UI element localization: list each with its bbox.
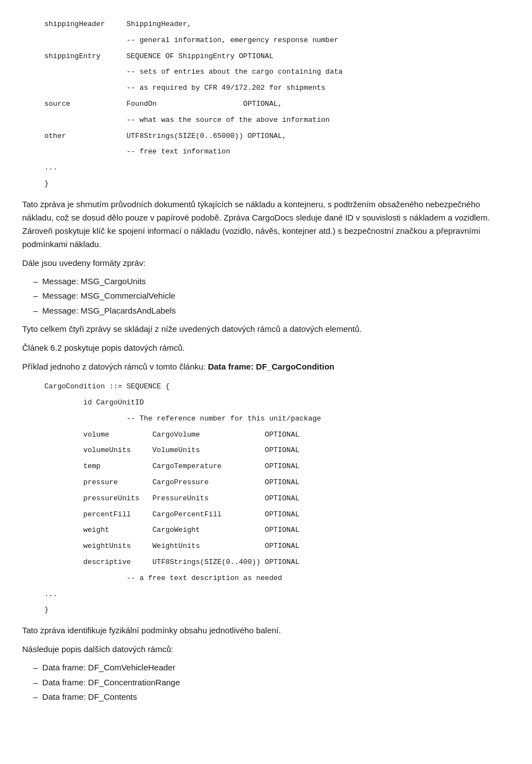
code-line-8: other UTF8Strings(SIZE(0..65000)) OPTION… bbox=[44, 131, 510, 142]
code-b-line-10: weight CargoWeight OPTIONAL bbox=[44, 525, 510, 536]
list-dash-1: – bbox=[33, 275, 38, 288]
code-b-line-4: volume CargoVolume OPTIONAL bbox=[44, 429, 510, 441]
message-list: – Message: MSG_CargoUnits – Message: MSG… bbox=[22, 275, 510, 317]
list-item-df-label-3: Data frame: DF_Contents bbox=[42, 691, 137, 704]
code-b-line-13: -- a free text description as needed bbox=[44, 573, 510, 584]
list-item-df-2: – Data frame: DF_ConcentrationRange bbox=[22, 676, 510, 689]
code-b-line-7: pressure CargoPressure OPTIONAL bbox=[44, 477, 510, 489]
list-item-df-label-1: Data frame: DF_ComVehicleHeader bbox=[42, 662, 175, 674]
list-item-2: – Message: MSG_CommercialVehicle bbox=[22, 290, 510, 302]
list-item-df-3: – Data frame: DF_Contents bbox=[22, 691, 510, 704]
code-line-6: source FoundOn OPTIONAL, bbox=[44, 99, 510, 110]
top-code-block: shippingHeader ShippingHeader, -- genera… bbox=[44, 19, 510, 190]
paragraph-1: Tato zpráva je shrnutím průvodních dokum… bbox=[22, 198, 510, 251]
code-b-line-6: temp CargoTemperature OPTIONAL bbox=[44, 461, 510, 473]
list-dash-df-1: – bbox=[33, 662, 38, 674]
bottom-code-block: CargoCondition ::= SEQUENCE { id CargoUn… bbox=[44, 381, 510, 616]
code-b-line-5: volumeUnits VolumeUnits OPTIONAL bbox=[44, 445, 510, 457]
list-item-label-2: Message: MSG_CommercialVehicle bbox=[42, 290, 175, 302]
code-line-5: -- as required by CFR 49/172.202 for shi… bbox=[44, 83, 510, 94]
code-b-line-1: CargoCondition ::= SEQUENCE { bbox=[44, 381, 510, 393]
list-dash-2: – bbox=[33, 290, 38, 302]
paragraph-5: Příklad jednoho z datových rámců v tomto… bbox=[22, 360, 510, 373]
paragraph-5-prefix: Příklad jednoho z datových rámců v tomto… bbox=[22, 362, 208, 371]
list-item-1: – Message: MSG_CargoUnits bbox=[22, 275, 510, 288]
code-line-11: } bbox=[44, 178, 510, 190]
dataframe-list: – Data frame: DF_ComVehicleHeader – Data… bbox=[22, 662, 510, 704]
code-b-line-8: pressureUnits PressureUnits OPTIONAL bbox=[44, 493, 510, 505]
code-b-line-3: -- The reference number for this unit/pa… bbox=[44, 413, 510, 425]
paragraph-2: Dále jsou uvedeny formáty zpráv: bbox=[22, 257, 510, 270]
list-dash-3: – bbox=[33, 305, 38, 317]
list-item-label-1: Message: MSG_CargoUnits bbox=[42, 275, 146, 288]
code-line-3: shippingEntry SEQUENCE OF ShippingEntry … bbox=[44, 51, 510, 63]
list-dash-df-2: – bbox=[33, 676, 38, 689]
list-item-label-3: Message: MSG_PlacardsAndLabels bbox=[42, 305, 176, 317]
list-item-3: – Message: MSG_PlacardsAndLabels bbox=[22, 305, 510, 317]
code-line-10: ... bbox=[44, 162, 510, 174]
code-line-2: -- general information, emergency respon… bbox=[44, 35, 510, 47]
paragraph-5-bold: Data frame: DF_CargoCondition bbox=[208, 362, 334, 371]
paragraph-3: Tyto celkem čtyři zprávy se skládají z n… bbox=[22, 322, 510, 336]
list-item-df-1: – Data frame: DF_ComVehicleHeader bbox=[22, 662, 510, 674]
code-line-4: -- sets of entries about the cargo conta… bbox=[44, 66, 510, 78]
code-b-line-9: percentFill CargoPercentFill OPTIONAL bbox=[44, 509, 510, 521]
list-item-df-label-2: Data frame: DF_ConcentrationRange bbox=[42, 676, 180, 689]
paragraph-6: Tato zpráva identifikuje fyzikální podmí… bbox=[22, 624, 510, 637]
code-b-line-15: } bbox=[44, 604, 510, 616]
code-b-line-14: ... bbox=[44, 589, 510, 601]
paragraph-7: Následuje popis dalších datových rámců: bbox=[22, 643, 510, 656]
code-line-1: shippingHeader ShippingHeader, bbox=[44, 19, 510, 30]
paragraph-4: Článek 6.2 poskytuje popis datových rámc… bbox=[22, 341, 510, 355]
code-line-7: -- what was the source of the above info… bbox=[44, 115, 510, 126]
code-b-line-11: weightUnits WeightUnits OPTIONAL bbox=[44, 541, 510, 552]
code-b-line-2: id CargoUnitID bbox=[44, 397, 510, 409]
list-dash-df-3: – bbox=[33, 691, 38, 704]
code-b-line-12: descriptive UTF8Strings(SIZE(0..400)) OP… bbox=[44, 557, 510, 568]
code-line-9: -- free text information bbox=[44, 146, 510, 158]
